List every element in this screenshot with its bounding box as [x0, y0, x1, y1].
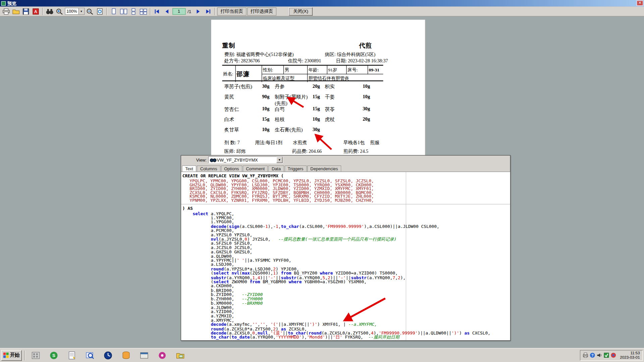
medicine-name: 生石膏(先煎): [275, 126, 313, 133]
dose-count: 剂 数: 7: [224, 139, 240, 145]
medicine-dose: 15g: [313, 94, 325, 100]
sql-code-line: a.YZMXID,: [193, 314, 510, 318]
medicine-dose: 10g: [313, 116, 325, 122]
medicine-dose: 15g: [313, 106, 325, 112]
taskbar-button-database-app[interactable]: [118, 350, 134, 361]
sql-code: select a.YPQLPC, i.YPMC00, i.YPGG00, dec…: [181, 211, 510, 339]
volume-tray-icon[interactable]: [597, 353, 602, 358]
sql-code-line: (select ZWXM00 from BM_YGBM00 where YGBH…: [193, 280, 510, 284]
drug-fee: 药品费: 204.66: [292, 148, 322, 154]
medicine-dose: 30g: [262, 83, 275, 89]
sql-code-line: i.YPMC00,: [193, 216, 510, 220]
printer-icon[interactable]: [2, 7, 11, 15]
last-page-icon[interactable]: [203, 7, 212, 15]
next-page-icon[interactable]: [193, 7, 202, 15]
svg-text:?: ?: [591, 353, 594, 357]
sql-code-line: a.JLDW00,: [193, 305, 510, 309]
medicine-name: 葶苈子(包煎): [224, 83, 262, 90]
open-folder-icon[interactable]: [11, 7, 20, 15]
tab-data[interactable]: Data: [268, 165, 284, 171]
fee-line: 费别: 福建省两费中心(512非保健) 病区: 综合外科病区(5区): [224, 51, 418, 57]
age-label: 年龄:: [308, 66, 327, 74]
adm-no-label: 住院号:: [288, 58, 303, 63]
printer-tray-icon[interactable]: [583, 353, 588, 358]
toolbar-separator: [150, 8, 150, 15]
taskbar-button-window-app[interactable]: [136, 350, 152, 361]
tab-options[interactable]: Options: [221, 165, 242, 171]
medicine-name: 丹参: [275, 83, 313, 90]
tab-dependencies[interactable]: Dependencies: [307, 165, 341, 171]
close-preview-button[interactable]: 关闭(X): [289, 7, 313, 15]
fee-value: 福建省两费中心(512非保健): [236, 52, 293, 57]
window-title: 预览: [7, 0, 16, 6]
screen: 预览 ✕ A 100% ▼ /1 打印当前页 打印选择页 关闭(X): [0, 0, 644, 362]
chevron-down-icon[interactable]: ▼: [276, 157, 282, 163]
patient-table: 姓名: 邵濂 性别: 男 年龄: 91岁 床号: 09-31 临床诊断及证型 胆…: [222, 65, 383, 81]
sql-code-line: a.YZID00,: [193, 309, 510, 314]
view-name-combo[interactable]: VW_YF_ZYBYDYMX ▼: [208, 157, 283, 164]
page-number-input[interactable]: [172, 8, 185, 15]
number-line: 处方号: 28236706 住院号: 2300891 日期: 2023-02-2…: [224, 58, 418, 64]
layout-book-icon[interactable]: [139, 7, 148, 15]
taskbar-button-green-s-app[interactable]: S: [46, 350, 62, 361]
find-icon[interactable]: [45, 7, 54, 15]
medicine-name: 黄芪: [224, 94, 262, 101]
medicine-row: 炙甘草10g 生石膏(先煎)30g: [224, 126, 413, 137]
view-name: VW_YF_ZYBYDYMX: [217, 158, 258, 163]
zoom-value: 100%: [65, 9, 78, 13]
sex-label: 性别:: [262, 66, 284, 74]
sql-text-editor[interactable]: CREATE OR REPLACE VIEW VW_YF_ZYBYDYMX ( …: [181, 172, 510, 340]
medicine-dose: 10g: [363, 83, 383, 89]
print-selected-pages-button[interactable]: 打印选择页: [247, 7, 276, 15]
chevron-down-icon[interactable]: ▼: [78, 8, 84, 14]
tab-comment[interactable]: Comment: [243, 165, 268, 171]
svg-text:A: A: [34, 9, 37, 14]
zoom-out-icon[interactable]: [85, 7, 94, 15]
first-page-icon[interactable]: [153, 7, 162, 15]
taskbar-button-clock-app[interactable]: [100, 350, 116, 361]
zoom-in-icon[interactable]: [55, 7, 64, 15]
antivirus-tray-icon[interactable]: [604, 353, 609, 358]
medicine-name: 苦杏仁: [224, 106, 262, 113]
usage: 用法:每日1剂: [255, 139, 282, 145]
ward-label: 病区:: [325, 52, 336, 57]
save-icon[interactable]: [21, 7, 31, 15]
taskbar-button-screenshot-app[interactable]: [82, 350, 98, 361]
medicine-name: 炙甘草: [224, 126, 262, 133]
doctor: 医师: 邱炜: [224, 148, 246, 154]
age-value: 91岁: [327, 66, 347, 74]
svg-text:S: S: [52, 353, 55, 358]
layout-facing-icon[interactable]: [119, 7, 128, 15]
tab-columns[interactable]: Columns: [197, 165, 220, 171]
taskbar-button-grid-app[interactable]: [28, 350, 44, 361]
medicine-name: 茯苓: [325, 106, 363, 113]
ime-tray-icon[interactable]: [611, 353, 616, 358]
taskbar-button-folder-app[interactable]: [172, 350, 189, 361]
name-label: 姓名:: [222, 66, 235, 82]
sql-code-line: a.CKDH00,: [193, 284, 510, 288]
pdf-icon[interactable]: A: [31, 7, 40, 15]
tray-clock[interactable]: 11:53 2023-03-01: [620, 351, 640, 360]
tab-text[interactable]: Text: [182, 165, 196, 172]
layout-continuous-icon[interactable]: [129, 7, 138, 15]
help-tray-icon[interactable]: ?: [590, 353, 595, 358]
toolbar-separator: [214, 8, 215, 15]
medicine-name: 制附子(黑顺片)(先煎): [275, 94, 313, 107]
sex-value: 男: [284, 66, 308, 74]
adm-no-value: 2300891: [305, 58, 321, 63]
zoom-select[interactable]: 100% ▼: [65, 8, 84, 15]
decoct-mark: 代煎: [359, 42, 372, 50]
taskbar-button-notepad-app[interactable]: [64, 350, 80, 361]
taskbar-button-media-app[interactable]: [154, 350, 170, 361]
medicine-row: 白术15g 桂枝10g 虎杖20g: [224, 116, 413, 127]
close-window-button[interactable]: ✕: [637, 0, 643, 6]
print-current-page-button[interactable]: 打印当前页: [217, 7, 246, 15]
tab-triggers[interactable]: Triggers: [284, 165, 307, 171]
start-button[interactable]: 开始: [1, 350, 22, 361]
layout-single-icon[interactable]: [109, 7, 118, 15]
medicine-dose: 10g: [363, 94, 383, 100]
prev-page-icon[interactable]: [162, 7, 171, 15]
view-label: View:: [189, 158, 207, 163]
fit-page-icon[interactable]: [95, 7, 104, 15]
as-line: ) AS: [181, 204, 510, 211]
